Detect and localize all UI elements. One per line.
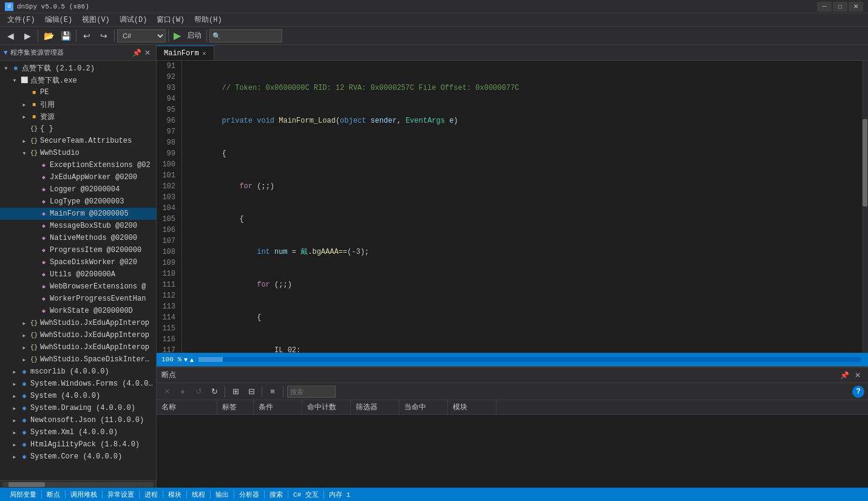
status-locals[interactable]: 局部变量 <box>5 488 41 501</box>
redo-button[interactable]: ↪ <box>96 29 112 43</box>
sidebar-item-drawing[interactable]: ▶ ◉ System.Drawing (4.0.0.0) <box>0 402 156 414</box>
sidebar-item-logtype[interactable]: ◆ LogType @02000003 <box>0 196 156 208</box>
status-csharp[interactable]: C# 交互 <box>288 488 324 501</box>
bp-refresh-button[interactable]: ↺ <box>192 385 205 398</box>
sidebar-item-jxeduinterop2[interactable]: ▶ {} WwhStudio.JxEduAppInterop <box>0 329 156 341</box>
sidebar-item-newtonsoft[interactable]: ▶ ◉ Newtonsoft.Json (11.0.0.0) <box>0 414 156 426</box>
sidebar-item-syscore[interactable]: ▶ ◉ System.Core (4.0.0.0) <box>0 451 156 463</box>
panel-pin-button[interactable]: 📌 <box>839 370 850 381</box>
sidebar-item-wwhstudio[interactable]: ▼ {} WwhStudio <box>0 147 156 159</box>
open-button[interactable]: 📂 <box>41 29 56 43</box>
status-threads[interactable]: 线程 <box>187 488 210 501</box>
sidebar-item-exe[interactable]: ▼ ⬜ 点赞下载.exe <box>0 74 156 86</box>
bottom-col-header: 名称 标签 条件 命中计数 筛选器 当命中 模块 <box>157 400 868 415</box>
maximize-button[interactable]: □ <box>833 2 847 12</box>
sidebar-item-ns0[interactable]: {} { } <box>0 123 156 135</box>
code-editor[interactable]: 91 92 93 94 95 96 97 98 99 100 101 102 1… <box>157 61 868 353</box>
sidebar-item-mainform[interactable]: ◆ MainForm @02000005 <box>0 208 156 220</box>
code-text <box>253 115 257 126</box>
sidebar-h-scrollbar[interactable] <box>2 482 154 487</box>
sidebar-item-utils[interactable]: ◆ Utils @0200000A <box>0 268 156 281</box>
leaf-icon <box>29 209 39 219</box>
language-dropdown[interactable]: C# IL VB <box>117 29 166 43</box>
expand-icon: ▶ <box>10 440 19 449</box>
bp-list-button[interactable]: ≡ <box>266 385 279 398</box>
status-callstack[interactable]: 调用堆栈 <box>66 488 102 501</box>
sidebar-item-jxeduapp[interactable]: ◆ JxEduAppWorker @0200 <box>0 171 156 183</box>
sidebar-tree[interactable]: ▼ ◉ 点赞下载 (2.1.0.2) ▼ ⬜ 点赞下载.exe ■ PE ▶ ■… <box>0 61 156 480</box>
sidebar-item-sysxml[interactable]: ▶ ◉ System.Xml (4.0.0.0) <box>0 426 156 438</box>
zoom-increase-button[interactable]: ▴ <box>190 355 194 364</box>
sidebar-item-res[interactable]: ▶ ■ 资源 <box>0 111 156 123</box>
menu-file[interactable]: 文件(F) <box>2 13 40 27</box>
sidebar-item-ref[interactable]: ▶ ■ 引用 <box>0 98 156 111</box>
bp-redo-button[interactable]: ↻ <box>208 385 221 398</box>
menu-edit[interactable]: 编辑(E) <box>40 13 78 27</box>
close-button[interactable]: ✕ <box>849 2 863 12</box>
ln-105: 105 <box>157 214 179 225</box>
sidebar-item-jxeduinterop1[interactable]: ▶ {} WwhStudio.JxEduAppInterop <box>0 317 156 329</box>
status-breakpoints[interactable]: 断点 <box>42 488 65 501</box>
sidebar-item-spacedisk[interactable]: ◆ SpaceDiskWorker @020 <box>0 256 156 268</box>
save-button[interactable]: 💾 <box>58 29 73 43</box>
status-modules[interactable]: 模块 <box>163 488 186 501</box>
sidebar-item-jxeduinterop3[interactable]: ▶ {} WwhStudio.JxEduAppInterop <box>0 341 156 353</box>
code-content[interactable]: // Token: 0x0600000C RID: 12 RVA: 0x0000… <box>182 61 862 353</box>
sidebar-item-winforms[interactable]: ▶ ◉ System.Windows.Forms (4.0.0.0) <box>0 378 156 390</box>
leaf-icon <box>29 172 39 182</box>
tab-close-icon[interactable]: ✕ <box>203 50 206 57</box>
run-label[interactable]: 启动 <box>185 30 204 41</box>
sidebar-item-workstate[interactable]: ◆ WorkState @0200000D <box>0 305 156 317</box>
bp-enable-button[interactable]: ● <box>176 385 189 398</box>
sidebar-item-msgbox[interactable]: ◆ MessageBoxStub @0200 <box>0 220 156 232</box>
forward-button[interactable]: ▶ <box>19 29 35 43</box>
sidebar-item-system[interactable]: ▶ ◉ System (4.0.0.0) <box>0 390 156 402</box>
status-memory[interactable]: 内存 1 <box>324 488 355 501</box>
minimize-button[interactable]: ─ <box>817 2 832 12</box>
bp-search-input[interactable] <box>287 386 336 398</box>
sidebar-item-logger[interactable]: ◆ Logger @02000004 <box>0 183 156 196</box>
code-text <box>274 115 279 126</box>
menu-help[interactable]: 帮助(H) <box>189 13 227 27</box>
back-button[interactable]: ◀ <box>2 29 18 43</box>
sidebar-item-mscorlib[interactable]: ▶ ◉ mscorlib (4.0.0.0) <box>0 366 156 378</box>
tab-mainform[interactable]: MainForm ✕ <box>157 46 214 60</box>
undo-button[interactable]: ↩ <box>79 29 95 43</box>
search-input[interactable] <box>209 29 282 43</box>
h-scroll-bar[interactable] <box>198 357 861 362</box>
sidebar-item-webbrowser[interactable]: ◆ WebBrowserExtensions @ <box>0 281 156 293</box>
sidebar-close-button[interactable]: ✕ <box>143 48 152 58</box>
sidebar-item-secureteam[interactable]: ▶ {} SecureTeam.Attributes <box>0 135 156 147</box>
zoom-decrease-button[interactable]: ▾ <box>184 355 188 364</box>
sidebar-item-exceptionext[interactable]: ◆ ExceptionExtensions @02 <box>0 159 156 171</box>
menu-window[interactable]: 窗口(W) <box>152 13 189 27</box>
menu-view[interactable]: 视图(V) <box>77 13 115 27</box>
v-scrollbar[interactable] <box>862 61 868 353</box>
leaf-icon <box>29 294 39 304</box>
run-button[interactable]: ▶ <box>171 30 183 41</box>
sidebar-pin-button[interactable]: 📌 <box>132 48 141 58</box>
status-search[interactable]: 搜索 <box>265 488 288 501</box>
sidebar-item-worker[interactable]: ◆ WorkerProgressEventHan <box>0 293 156 305</box>
menu-bar: 文件(F) 编辑(E) 视图(V) 调试(D) 窗口(W) 帮助(H) <box>0 13 868 27</box>
status-exceptions[interactable]: 异常设置 <box>103 488 139 501</box>
lib-icon: ◉ <box>19 428 29 437</box>
bp-expand-button[interactable]: ⊞ <box>229 385 242 398</box>
sidebar-item-htmlagility[interactable]: ▶ ◉ HtmlAgilityPack (1.8.4.0) <box>0 438 156 451</box>
sidebar-item-root[interactable]: ▼ ◉ 点赞下载 (2.1.0.2) <box>0 62 156 74</box>
sidebar-item-pe[interactable]: ■ PE <box>0 86 156 98</box>
help-icon[interactable]: ? <box>852 386 864 398</box>
bp-collapse-button[interactable]: ⊟ <box>245 385 258 398</box>
panel-close-button[interactable]: ✕ <box>852 370 863 381</box>
menu-debug[interactable]: 调试(D) <box>115 13 152 27</box>
sidebar-item-spacediskinterop[interactable]: ▶ {} WwhStudio.SpaceDiskInterop <box>0 353 156 366</box>
status-analyzer[interactable]: 分析器 <box>234 488 264 501</box>
status-process[interactable]: 进程 <box>140 488 163 501</box>
secureteam-label: SecureTeam.Attributes <box>40 137 132 145</box>
sidebar-item-native[interactable]: ◆ NativeMethods @02000 <box>0 232 156 244</box>
spacedisk-label: SpaceDiskWorker @020 <box>50 258 137 267</box>
bp-delete-button[interactable]: ✕ <box>160 385 174 398</box>
sidebar-item-progress[interactable]: ◆ ProgressItem @0200000 <box>0 244 156 256</box>
status-output[interactable]: 输出 <box>211 488 234 501</box>
status-bar: 局部变量 断点 调用堆栈 异常设置 进程 模块 线程 输出 分析器 搜索 C# … <box>0 488 868 501</box>
